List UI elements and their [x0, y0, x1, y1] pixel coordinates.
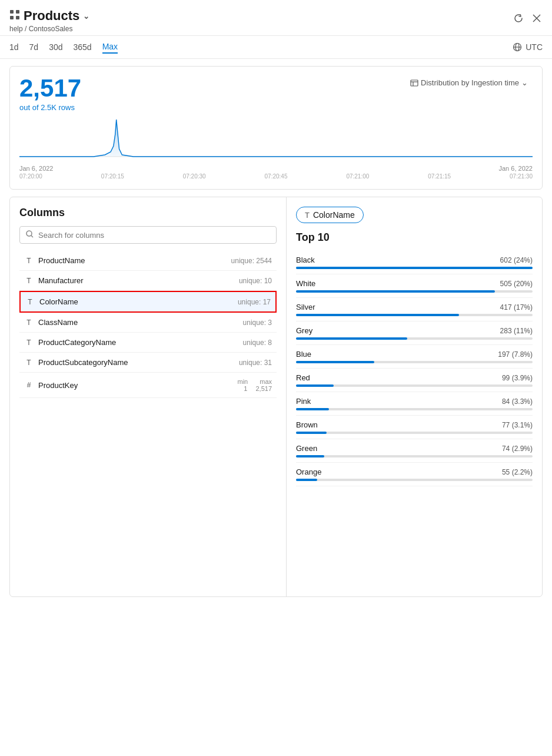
chevron-down-icon[interactable]: ⌄: [83, 12, 89, 21]
top10-bar-bg: [296, 384, 533, 387]
time-6: 07:21:30: [510, 173, 533, 180]
type-icon-hash: #: [24, 381, 34, 389]
top10-value: 84 (3.3%): [502, 397, 533, 406]
col-name: ProductName: [38, 256, 85, 265]
max-value: 2,517: [255, 385, 272, 392]
top10-item-header: Red 99 (3.9%): [296, 373, 533, 382]
top10-item-red: Red 99 (3.9%): [296, 369, 533, 392]
top10-value: 197 (7.8%): [498, 350, 533, 359]
top10-item-brown: Brown 77 (3.1%): [296, 416, 533, 439]
search-box[interactable]: [19, 226, 277, 244]
top10-item-header: Green 74 (2.9%): [296, 444, 533, 453]
filter-1d[interactable]: 1d: [9, 41, 19, 53]
top10-value: 505 (20%): [500, 280, 533, 288]
breadcrumb: help / ContosoSales: [9, 25, 89, 33]
column-row-manufacturer[interactable]: T Manufacturer unique: 10: [19, 271, 277, 291]
top10-bar-bg: [296, 408, 533, 410]
col-stats: unique: 2544: [231, 257, 272, 265]
filter-30d[interactable]: 30d: [49, 41, 62, 53]
top10-bar: [296, 361, 374, 363]
top10-bar: [296, 455, 324, 457]
top10-bar: [296, 290, 495, 293]
top10-label: Black: [296, 256, 315, 264]
col-stats: unique: 10: [239, 277, 272, 285]
time-1: 07:20:15: [101, 173, 124, 180]
distribution-button[interactable]: Distribution by Ingestion time ⌄: [405, 76, 533, 89]
top10-list: Black 602 (24%) White 505 (20%): [296, 251, 533, 486]
min-label: min: [237, 378, 248, 385]
column-row-left: T ColorName: [25, 297, 78, 306]
col-name: ColorName: [39, 297, 78, 306]
top10-value: 417 (17%): [500, 303, 533, 311]
search-input[interactable]: [38, 231, 270, 240]
top10-item-white: White 505 (20%): [296, 274, 533, 298]
distribution-label: Distribution by Ingestion time: [421, 78, 519, 87]
filter-7d[interactable]: 7d: [29, 41, 39, 53]
time-0: 07:20:00: [19, 173, 42, 180]
utc-button[interactable]: UTC: [513, 42, 543, 52]
time-5: 07:21:15: [428, 173, 451, 180]
close-button[interactable]: [531, 12, 543, 24]
col-stats: unique: 17: [238, 298, 271, 306]
top10-item-black: Black 602 (24%): [296, 251, 533, 274]
min-value: 1: [244, 385, 247, 392]
filter-max[interactable]: Max: [102, 41, 118, 54]
top10-label: Green: [296, 444, 317, 453]
main-content: Columns T ProductName unique: 2544: [9, 197, 543, 597]
top10-item-header: Black 602 (24%): [296, 256, 533, 264]
column-row-left: # ProductKey: [24, 381, 78, 390]
col-stats: unique: 8: [243, 339, 272, 347]
chart-dates: Jan 6, 2022 Jan 6, 2022: [19, 165, 533, 172]
time-filter-bar: 1d 7d 30d 365d Max UTC: [0, 36, 552, 59]
top10-bar-bg: [296, 479, 533, 481]
top10-item-pink: Pink 84 (3.3%): [296, 392, 533, 416]
top10-item-green: Green 74 (2.9%): [296, 439, 533, 463]
top10-label: Grey: [296, 326, 312, 335]
column-row-productkey[interactable]: # ProductKey min max 1 2,517: [19, 373, 277, 398]
column-list: T ProductName unique: 2544 T Manufacture…: [19, 251, 277, 398]
col-name: Manufacturer: [38, 276, 84, 285]
time-2: 07:20:30: [183, 173, 206, 180]
top10-item-orange: Orange 55 (2.2%): [296, 463, 533, 486]
column-row-left: T ProductSubcategoryName: [24, 358, 128, 367]
time-3: 07:20:45: [265, 173, 288, 180]
max-label: max: [260, 378, 272, 385]
col-name: ProductCategoryName: [38, 338, 116, 347]
top10-value: 99 (3.9%): [502, 374, 533, 382]
top10-label: Red: [296, 373, 310, 382]
top10-bar-bg: [296, 361, 533, 363]
selected-column-badge: T ColorName: [296, 207, 364, 223]
top10-value: 74 (2.9%): [502, 445, 533, 453]
badge-column-name: ColorName: [313, 210, 355, 220]
refresh-button[interactable]: [512, 12, 525, 25]
top10-item-header: Silver 417 (17%): [296, 303, 533, 311]
column-row-colorname[interactable]: T ColorName unique: 17: [19, 291, 277, 313]
top10-label: Brown: [296, 420, 318, 429]
chart-timeline: 07:20:00 07:20:15 07:20:30 07:20:45 07:2…: [19, 173, 533, 180]
svg-rect-1: [16, 10, 19, 14]
top10-bar: [296, 384, 334, 387]
top10-item-header: Brown 77 (3.1%): [296, 420, 533, 429]
top10-item-header: Grey 283 (11%): [296, 326, 533, 335]
svg-rect-9: [411, 80, 418, 86]
column-row-productsubcategoryname[interactable]: T ProductSubcategoryName unique: 31: [19, 353, 277, 373]
column-row-left: T ProductCategoryName: [24, 338, 116, 347]
top10-item-grey: Grey 283 (11%): [296, 321, 533, 345]
col-name: ProductKey: [38, 381, 78, 390]
top10-item-blue: Blue 197 (7.8%): [296, 345, 533, 369]
column-row-productname[interactable]: T ProductName unique: 2544: [19, 251, 277, 271]
header-title: Products ⌄: [9, 8, 89, 24]
top10-value: 77 (3.1%): [502, 421, 533, 429]
column-row-left: T Manufacturer: [24, 276, 84, 285]
top10-bar: [296, 337, 407, 340]
top10-label: Blue: [296, 350, 311, 359]
filter-365d[interactable]: 365d: [74, 41, 92, 53]
time-4: 07:21:00: [346, 173, 369, 180]
header-actions: [512, 8, 543, 25]
date-right: Jan 6, 2022: [499, 165, 533, 172]
top10-value: 602 (24%): [500, 256, 533, 264]
top10-bar-bg: [296, 267, 533, 269]
column-row-productcategoryname[interactable]: T ProductCategoryName unique: 8: [19, 333, 277, 353]
top10-bar: [296, 479, 317, 481]
column-row-classname[interactable]: T ClassName unique: 3: [19, 313, 277, 333]
